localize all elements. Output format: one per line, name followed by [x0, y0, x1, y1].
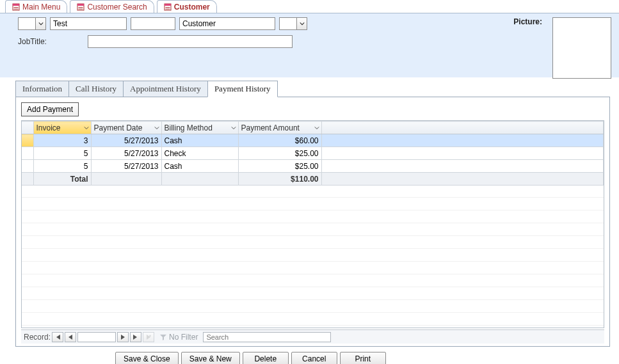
- form-icon: [77, 3, 84, 11]
- table-row[interactable]: 55/27/2013Cash$25.00: [22, 160, 604, 173]
- funnel-icon: [159, 333, 167, 341]
- tab-call-history[interactable]: Call History: [68, 81, 124, 97]
- cell-billing-method[interactable]: Check: [161, 147, 238, 160]
- cell-invoice[interactable]: 5: [33, 147, 91, 160]
- customer-header: JobTitle: Picture:: [0, 13, 619, 77]
- tab-information[interactable]: Information: [15, 81, 69, 97]
- svg-rect-10: [165, 7, 170, 8]
- total-row: Total$110.00: [22, 173, 604, 186]
- total-amount: $110.00: [238, 173, 321, 186]
- jobtitle-input[interactable]: [88, 35, 293, 48]
- table-row[interactable]: 35/27/2013Cash$60.00: [22, 134, 604, 147]
- chevron-down-icon[interactable]: [83, 125, 90, 131]
- cell-payment-date[interactable]: 5/27/2013: [91, 160, 161, 173]
- doc-tab-label: Main Menu: [22, 3, 60, 12]
- col-invoice[interactable]: Invoice: [33, 122, 91, 134]
- svg-rect-11: [165, 8, 170, 9]
- cell-billing-method[interactable]: Cash: [161, 134, 238, 147]
- doc-tab-customer-search[interactable]: Customer Search: [70, 0, 154, 13]
- middle-name-input[interactable]: [131, 17, 175, 30]
- save-close-button[interactable]: Save & Close: [115, 352, 179, 364]
- row-selector[interactable]: [22, 160, 33, 173]
- svg-rect-3: [14, 8, 19, 9]
- jobtitle-label: JobTitle:: [18, 37, 47, 46]
- nav-first-button[interactable]: [52, 332, 63, 342]
- delete-button[interactable]: Delete: [243, 352, 289, 364]
- cell-payment-amount[interactable]: $60.00: [238, 134, 321, 147]
- filter-label: No Filter: [169, 333, 198, 342]
- document-tabs: Main MenuCustomer SearchCustomer: [0, 0, 619, 13]
- cell-payment-date[interactable]: 5/27/2013: [91, 147, 161, 160]
- record-label: Record:: [24, 333, 51, 342]
- doc-tab-main-menu[interactable]: Main Menu: [5, 0, 67, 13]
- save-new-button[interactable]: Save & New: [181, 352, 240, 364]
- cell-invoice[interactable]: 3: [33, 134, 91, 147]
- filter-indicator[interactable]: No Filter: [159, 333, 198, 342]
- payment-history-page: Add Payment InvoicePayment DateBilling M…: [15, 97, 610, 347]
- inner-tab-bar: InformationCall HistoryAppointment Histo…: [15, 80, 610, 97]
- cell-empty: [321, 134, 604, 147]
- row-selector[interactable]: [22, 134, 33, 147]
- col-extender: [321, 122, 604, 134]
- doc-tab-label: Customer Search: [87, 3, 147, 12]
- table-row[interactable]: 55/27/2013Check$25.00: [22, 147, 604, 160]
- chevron-down-icon[interactable]: [35, 18, 45, 29]
- tab-appointment-history[interactable]: Appointment History: [123, 81, 208, 97]
- record-position-input[interactable]: [77, 332, 116, 342]
- svg-rect-2: [14, 7, 19, 8]
- col-payment-date[interactable]: Payment Date: [91, 122, 161, 134]
- cancel-button[interactable]: Cancel: [291, 352, 337, 364]
- cell-invoice[interactable]: 5: [33, 160, 91, 173]
- first-name-input[interactable]: [50, 17, 127, 30]
- svg-rect-5: [77, 4, 84, 6]
- add-payment-button[interactable]: Add Payment: [21, 102, 79, 116]
- cell-payment-amount[interactable]: $25.00: [238, 147, 321, 160]
- customer-tab-control: InformationCall HistoryAppointment Histo…: [15, 77, 610, 347]
- picture-label: Picture:: [513, 17, 542, 26]
- nav-new-button[interactable]: [143, 332, 154, 342]
- chevron-down-icon[interactable]: [230, 125, 237, 131]
- nav-next-button[interactable]: [117, 332, 129, 342]
- record-navigator: Record: No Filter: [21, 329, 604, 344]
- svg-rect-7: [79, 8, 83, 9]
- chevron-down-icon[interactable]: [314, 125, 320, 131]
- chevron-down-icon[interactable]: [296, 18, 307, 29]
- cell-empty: [321, 160, 604, 173]
- form-footer: Save & CloseSave & NewDeleteCancelPrint: [0, 347, 619, 364]
- select-all-corner[interactable]: [22, 122, 33, 134]
- form-icon: [12, 3, 20, 11]
- prefix-input[interactable]: [19, 18, 35, 29]
- payment-grid[interactable]: InvoicePayment DateBilling MethodPayment…: [21, 120, 604, 328]
- cell-empty: [321, 147, 604, 160]
- doc-tab-label: Customer: [174, 3, 210, 12]
- search-input[interactable]: [203, 332, 331, 342]
- svg-rect-6: [79, 7, 83, 8]
- print-button[interactable]: Print: [340, 352, 386, 364]
- tab-payment-history[interactable]: Payment History: [207, 81, 278, 97]
- suffix-input[interactable]: [280, 18, 296, 29]
- last-name-input[interactable]: [179, 17, 275, 30]
- svg-rect-9: [165, 4, 171, 6]
- total-label: Total: [33, 173, 91, 186]
- form-icon: [164, 3, 172, 11]
- row-selector[interactable]: [22, 147, 33, 160]
- chevron-down-icon[interactable]: [154, 125, 160, 131]
- nav-prev-button[interactable]: [65, 332, 76, 342]
- col-billing-method[interactable]: Billing Method: [161, 122, 238, 134]
- cell-billing-method[interactable]: Cash: [161, 160, 238, 173]
- nav-last-button[interactable]: [130, 332, 141, 342]
- picture-box[interactable]: [552, 17, 611, 79]
- prefix-combo[interactable]: [18, 17, 46, 30]
- cell-payment-amount[interactable]: $25.00: [238, 160, 321, 173]
- suffix-combo[interactable]: [279, 17, 307, 30]
- svg-rect-1: [13, 4, 19, 6]
- cell-payment-date[interactable]: 5/27/2013: [91, 134, 161, 147]
- col-payment-amount[interactable]: Payment Amount: [238, 122, 321, 134]
- doc-tab-customer[interactable]: Customer: [157, 0, 217, 13]
